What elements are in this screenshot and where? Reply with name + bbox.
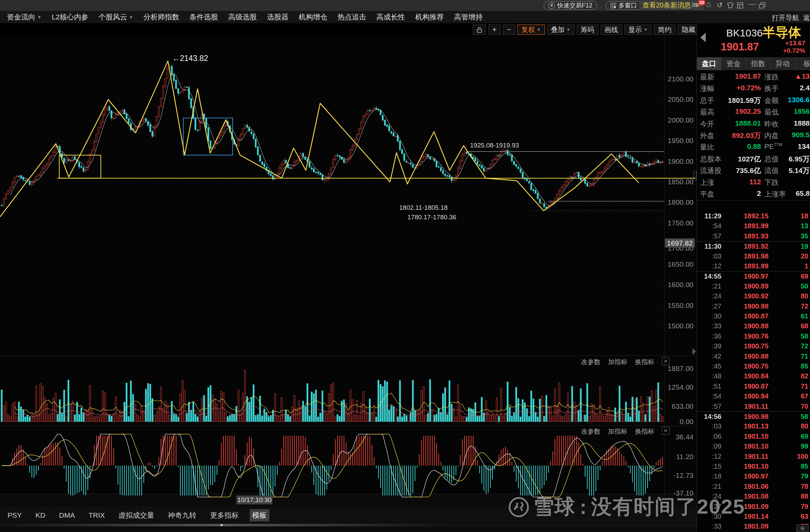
change-percent: +0.72%	[765, 47, 805, 54]
menu-item-3[interactable]: 个股风云▼	[98, 12, 133, 22]
toolbar-button-叠加[interactable]: 叠加▼	[547, 25, 575, 35]
tick-row: :391900.7572	[697, 341, 810, 351]
tick-price: 1901.08	[730, 492, 768, 500]
range-annotation-3: 1780.17-1780.36	[407, 214, 456, 221]
price-axis-label: 1800.00	[667, 198, 694, 206]
toolbar-button-画线[interactable]: 画线	[601, 25, 622, 35]
toolbar-button-复权[interactable]: 复权▼	[517, 25, 545, 35]
quote-value: ▲13	[769, 72, 810, 80]
tick-volume: 70	[778, 403, 808, 410]
menu-item-2[interactable]: L2核心内参	[52, 12, 88, 22]
panel-collapse-icon[interactable]	[692, 348, 696, 355]
panel-tabs: 盘口资金指数异动板	[697, 57, 810, 70]
quote-value: 2	[717, 189, 761, 198]
toolbar-button-简约[interactable]: 简约	[654, 25, 675, 35]
tick-row: :541891.9913	[697, 221, 810, 231]
quick-trade-button[interactable]: ¥ 快速交易F12	[544, 1, 597, 10]
indicator-tab-神奇九转[interactable]: 神奇九转	[165, 509, 199, 521]
panel-tab-异动[interactable]: 异动	[770, 57, 795, 70]
quote-row: 总股本1027亿总值6.95万	[697, 153, 810, 165]
back-link[interactable]: 返回	[803, 13, 810, 22]
chevron-down-icon: ▼	[566, 27, 571, 32]
panel-tab-盘口[interactable]: 盘口	[697, 57, 721, 70]
close-icon[interactable]: ✕	[662, 427, 670, 435]
pane-control-改参数[interactable]: 改参数	[581, 427, 601, 436]
tick-time: :45	[699, 362, 721, 370]
tick-price: 1900.75	[730, 362, 768, 370]
panel-collapse-arrow-icon[interactable]	[700, 33, 706, 42]
tick-volume: 61	[778, 312, 808, 320]
tick-row: 14:561900.9858	[697, 411, 810, 422]
toolbar-button-筹码[interactable]: 筹码	[577, 25, 598, 35]
pane-control-换指标[interactable]: 换指标	[635, 427, 654, 436]
menu-item-7[interactable]: 选股器	[267, 12, 289, 22]
menu-item-12[interactable]: 高管增持	[454, 12, 483, 22]
indicator-tab-PSY[interactable]: PSY	[5, 510, 25, 521]
tick-price: 1900.75	[730, 342, 768, 350]
pane-control-加指标[interactable]: 加指标	[608, 427, 627, 436]
open-navigation-link[interactable]: 打开导航	[772, 13, 799, 22]
window-icon[interactable]	[737, 2, 743, 9]
home-icon[interactable]: ⌂	[706, 0, 711, 8]
toolbar-lock-button[interactable]	[473, 25, 486, 35]
layout-grid-button[interactable]: ⊞	[796, 525, 809, 532]
menu-item-8[interactable]: 机构增仓	[299, 12, 327, 22]
pane-control-换指标[interactable]: 换指标	[635, 358, 654, 366]
restore-icon[interactable]	[759, 2, 765, 9]
indicator-tab-虚拟成交量[interactable]: 虚拟成交量	[116, 509, 157, 521]
toolbar-button-label: 显示	[628, 25, 642, 34]
multi-window-button[interactable]: 多窗口	[606, 1, 642, 10]
indicator-tab-更多指标[interactable]: 更多指标	[207, 509, 242, 521]
menu-item-10[interactable]: 高成长性	[376, 12, 405, 22]
panel-tab-指数[interactable]: 指数	[746, 57, 770, 70]
toolbar-button-显示[interactable]: 显示▼	[624, 25, 652, 35]
close-icon[interactable]: ✕	[662, 357, 670, 365]
indicator-tab-TRIX[interactable]: TRIX	[86, 510, 108, 521]
undo-icon[interactable]: ↺	[717, 1, 723, 9]
tick-price: 1900.94	[730, 392, 768, 400]
plus-icon: +	[492, 25, 497, 34]
menu-item-9[interactable]: 热点追击	[338, 12, 366, 22]
tick-price: 1900.76	[730, 332, 768, 340]
menu-item-label: 高管增持	[454, 12, 483, 22]
toolbar-plus-button[interactable]: +	[488, 25, 501, 35]
pane-control-加指标[interactable]: 加指标	[608, 358, 627, 366]
indicator-tab-KD[interactable]: KD	[33, 510, 48, 521]
tick-volume: 85	[778, 463, 808, 470]
tick-row: :331901.0986	[697, 521, 810, 531]
price-axis-label: 1950.00	[667, 137, 694, 145]
tick-price: 1900.87	[730, 382, 768, 390]
tick-time: 14:56	[699, 413, 721, 421]
toolbar-button-label: 复权	[521, 25, 535, 34]
panel-resize-handle[interactable]	[694, 171, 697, 181]
toolbar-button-label: 画线	[605, 25, 618, 34]
menu-item-1[interactable]: 资金流向▼	[7, 12, 42, 22]
tick-row: :301901.1463	[697, 512, 810, 521]
pane-control-改参数[interactable]: 改参数	[581, 358, 601, 366]
indicator-tab-DMA[interactable]: DMA	[56, 510, 78, 521]
tick-time: :03	[699, 422, 721, 430]
menubar: 资金流向▼L2核心内参个股风云▼分析师指数条件选股高级选股选股器机构增仓热点追击…	[0, 11, 810, 24]
tick-price: 1891.98	[730, 252, 768, 260]
quote-value: +0.72%	[717, 84, 761, 92]
panel-tab-板[interactable]: 板	[795, 57, 810, 70]
tick-price: 1900.88	[730, 353, 768, 360]
menu-item-11[interactable]: 机构推荐	[415, 12, 444, 22]
tick-time: :39	[699, 342, 721, 350]
skin-icon[interactable]	[727, 2, 734, 9]
tick-time: 14:55	[699, 272, 721, 280]
indicator-tab-模板[interactable]: 模板	[250, 509, 269, 521]
quote-label: 上涨	[700, 178, 714, 187]
menu-item-6[interactable]: 高级选股	[228, 12, 257, 22]
minimize-icon[interactable]: —	[748, 0, 756, 7]
menu-item-4[interactable]: 分析师指数	[143, 12, 179, 22]
menu-item-5[interactable]: 条件选股	[189, 12, 218, 22]
pane-divider[interactable]	[0, 524, 697, 526]
price-axis-label: 1850.00	[667, 178, 694, 186]
quote-value: 1027亿	[717, 154, 761, 164]
toolbar-minus-button[interactable]: −	[503, 25, 515, 35]
panel-tab-资金[interactable]: 资金	[721, 57, 746, 70]
tick-time: :33	[699, 522, 721, 530]
mail-icon[interactable]: ✉	[692, 1, 698, 9]
tick-price: 1900.87	[730, 312, 768, 320]
